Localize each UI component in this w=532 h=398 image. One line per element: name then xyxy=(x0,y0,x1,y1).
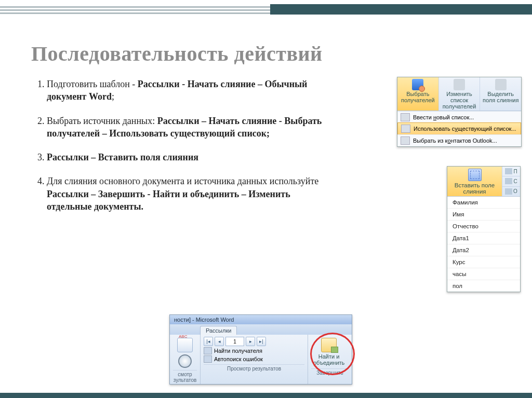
slide-top-decoration xyxy=(0,0,532,20)
merge-fields-list: Фамилия Имя Отчество Дата1 Дата2 Курс ча… xyxy=(447,197,520,292)
people-icon xyxy=(412,79,423,90)
step-1: Подготовить шаблон - Рассылки - Начать с… xyxy=(47,78,323,103)
match-fields-button[interactable]: С xyxy=(502,176,520,186)
group-caption: Просмотр результатов xyxy=(204,364,304,372)
rules-icon xyxy=(505,168,512,174)
existing-list-icon xyxy=(401,125,410,133)
select-recipients-button[interactable]: Выбрать получателей xyxy=(397,77,439,111)
field-item[interactable]: Имя xyxy=(447,208,520,220)
preview-icon xyxy=(177,338,193,352)
update-icon xyxy=(505,188,512,195)
finish-and-merge-button[interactable]: Найти и объединить xyxy=(311,337,347,367)
step-2: Выбрать источник данных: Рассылки – Нача… xyxy=(47,115,323,140)
update-labels-button[interactable]: О xyxy=(502,187,520,196)
preview-results-group: |◂ ◂ ▸ ▸| Найти получателя Автопоиск оши… xyxy=(201,335,308,384)
step-4: Для слияния основного документа и источн… xyxy=(47,175,323,213)
tab-mailings[interactable]: Рассылки xyxy=(200,326,237,335)
match-icon xyxy=(505,178,512,184)
field-item[interactable]: пол xyxy=(447,280,520,292)
first-record-button[interactable]: |◂ xyxy=(204,337,213,346)
find-icon xyxy=(204,347,212,354)
prev-record-button[interactable]: ◂ xyxy=(215,337,224,346)
last-record-button[interactable]: ▸| xyxy=(257,337,266,346)
step-3: Рассылки – Вставить поля слияния xyxy=(47,151,323,163)
preview-results-button[interactable]: смотр зультатов xyxy=(170,335,201,384)
finish-caption: Завершить xyxy=(311,368,349,376)
record-number-input[interactable] xyxy=(225,337,244,346)
slide-title: Последовательность действий xyxy=(31,42,323,66)
auto-check-errors-button[interactable]: Автопоиск ошибок xyxy=(204,355,304,363)
field-item[interactable]: Отчество xyxy=(447,220,520,232)
field-item[interactable]: Дата2 xyxy=(447,244,520,256)
field-item[interactable]: Фамилия xyxy=(447,197,520,208)
find-recipient-button[interactable]: Найти получателя xyxy=(204,347,304,354)
slide-bottom-decoration xyxy=(0,393,532,398)
finish-group: Найти и объединить Завершить xyxy=(308,335,352,384)
record-navigator: |◂ ◂ ▸ ▸| xyxy=(204,337,304,346)
preview-caption: смотр зультатов xyxy=(173,370,197,383)
edit-recipient-list-button[interactable]: Изменить список получателей xyxy=(439,77,481,111)
menu-type-new-list[interactable]: Ввести новый список... xyxy=(397,111,521,123)
finish-merge-icon xyxy=(321,338,337,352)
field-item[interactable]: часы xyxy=(447,268,520,280)
magnifier-icon xyxy=(178,354,192,368)
check-icon xyxy=(204,355,212,363)
field-item[interactable]: Дата1 xyxy=(447,232,520,244)
outlook-icon xyxy=(401,136,410,145)
rules-button[interactable]: П xyxy=(502,167,520,176)
list-icon xyxy=(454,79,465,90)
body-text: Подготовить шаблон - Рассылки - Начать с… xyxy=(32,78,323,224)
highlight-merge-fields-button[interactable]: Выделить поля слияния xyxy=(480,77,521,111)
menu-outlook-contacts[interactable]: Выбрать из контактов Outlook... xyxy=(397,134,521,146)
word-ribbon-snippet: ности] - Microsoft Word Рассылки смотр з… xyxy=(169,314,352,385)
highlight-icon xyxy=(495,79,507,90)
recipients-ribbon-panel: Выбрать получателей Изменить список полу… xyxy=(397,77,522,147)
menu-use-existing-list[interactable]: Использовать существующий список... xyxy=(397,122,521,135)
new-list-icon xyxy=(401,113,410,121)
ribbon-tabs: Рассылки xyxy=(170,324,352,335)
insert-merge-field-panel: Вставить поле слияния П С О Фамилия Имя … xyxy=(447,166,521,292)
window-title: ности] - Microsoft Word xyxy=(170,315,352,324)
next-record-button[interactable]: ▸ xyxy=(246,337,255,346)
merge-field-icon xyxy=(468,169,482,181)
field-item[interactable]: Курс xyxy=(447,256,520,268)
insert-merge-field-button[interactable]: Вставить поле слияния xyxy=(447,167,502,196)
